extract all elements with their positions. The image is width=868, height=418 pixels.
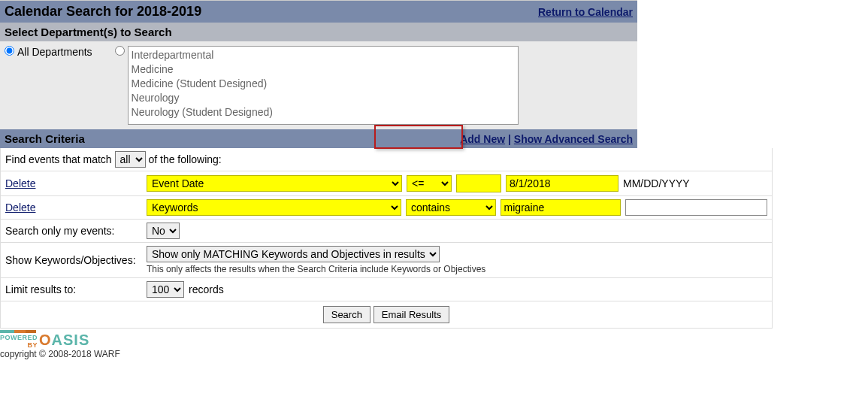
- only-my-label: Search only my events:: [5, 225, 142, 237]
- match-row: Find events that match all of the follow…: [1, 148, 772, 171]
- dept-list-item[interactable]: Medicine: [132, 62, 515, 77]
- kw-obj-select[interactable]: Show only MATCHING Keywords and Objectiv…: [147, 246, 440, 262]
- limit-row: Limit results to: 100 records: [1, 278, 772, 301]
- select-depts-radio[interactable]: [115, 46, 125, 56]
- only-my-select[interactable]: No: [147, 223, 180, 239]
- search-button[interactable]: Search: [323, 306, 370, 323]
- kw-obj-hint: This only affects the results when the S…: [147, 264, 485, 274]
- limit-select[interactable]: 100: [147, 281, 184, 298]
- all-depts-radio[interactable]: [5, 46, 14, 56]
- kw-obj-label: Show Keywords/Objectives:: [5, 254, 142, 266]
- powered-text: POWERED: [0, 334, 38, 341]
- extra-input[interactable]: [625, 199, 767, 216]
- date-input[interactable]: [506, 175, 618, 192]
- page-header: Calendar Search for 2018-2019 Return to …: [0, 0, 637, 23]
- dept-list-item[interactable]: Neurology (Student Designed): [132, 105, 515, 120]
- field-select[interactable]: Event Date: [147, 175, 402, 192]
- footer: POWERED BY OASIS copyright © 2008-2018 W…: [0, 330, 868, 359]
- button-row: Search Email Results: [1, 301, 772, 328]
- copyright-text: copyright © 2008-2018 WARF: [0, 349, 868, 359]
- email-results-button[interactable]: Email Results: [374, 306, 449, 323]
- dept-section-title: Select Department(s) to Search: [0, 23, 637, 41]
- oasis-logo: OASIS: [39, 332, 89, 349]
- date-hint: MM/DD/YYYY: [623, 177, 690, 189]
- return-to-calendar-link[interactable]: Return to Calendar: [538, 6, 633, 18]
- all-depts-label: All Departments: [17, 46, 92, 58]
- dept-list[interactable]: Interdepartmental Medicine Medicine (Stu…: [128, 46, 519, 125]
- show-advanced-link[interactable]: Show Advanced Search: [514, 133, 633, 145]
- field-select[interactable]: Keywords: [147, 199, 401, 216]
- dept-list-item[interactable]: Interdepartmental: [132, 48, 515, 62]
- dept-list-item[interactable]: Medicine (Student Designed): [132, 77, 515, 91]
- limit-label: Limit results to:: [5, 283, 142, 295]
- limit-suffix: records: [189, 283, 224, 295]
- match-suffix: of the following:: [148, 153, 221, 165]
- by-text: BY: [28, 341, 38, 349]
- criteria-body: Find events that match all of the follow…: [0, 148, 773, 329]
- match-select[interactable]: all: [115, 151, 146, 168]
- add-new-link[interactable]: Add New: [460, 133, 505, 145]
- operator-select[interactable]: <=: [407, 175, 452, 192]
- highlight-gap: [456, 174, 501, 192]
- operator-select[interactable]: contains: [406, 199, 496, 216]
- dept-section: All Departments Interdepartmental Medici…: [0, 41, 637, 129]
- match-prefix: Find events that match: [5, 153, 115, 165]
- delete-link[interactable]: Delete: [5, 201, 35, 214]
- only-my-row: Search only my events: No: [1, 220, 772, 243]
- criteria-row-1: Delete Event Date <= MM/DD/YYYY: [1, 171, 772, 196]
- kw-obj-row: Show Keywords/Objectives: Show only MATC…: [1, 243, 772, 278]
- page-title: Calendar Search for 2018-2019: [5, 4, 201, 20]
- keyword-input[interactable]: [501, 199, 621, 216]
- logo-stripes-icon: [0, 330, 36, 333]
- dept-list-item[interactable]: Neurology: [132, 91, 515, 105]
- separator: |: [505, 133, 514, 145]
- criteria-title: Search Criteria: [5, 132, 85, 145]
- delete-link[interactable]: Delete: [5, 177, 35, 189]
- criteria-row-2: Delete Keywords contains: [1, 196, 772, 220]
- criteria-header: Search Criteria Add New | Show Advanced …: [0, 129, 637, 148]
- powered-by-logo: POWERED BY OASIS: [0, 330, 868, 349]
